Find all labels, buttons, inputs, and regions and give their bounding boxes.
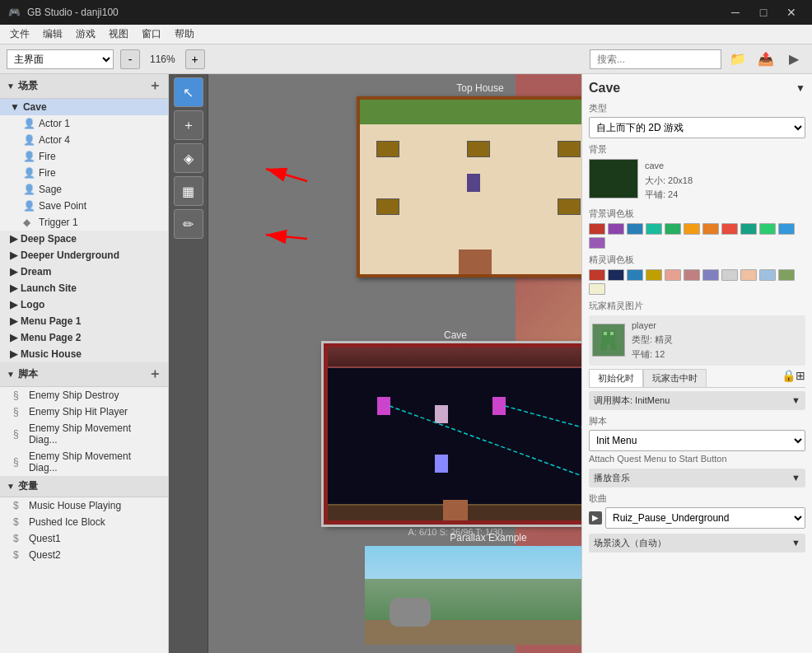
sprite-color-5[interactable] [684, 269, 700, 281]
bg-color-8[interactable] [740, 223, 757, 235]
zoom-out-button[interactable]: - [120, 49, 140, 69]
lock-icon[interactable]: 🔒 [782, 369, 796, 387]
eraser-tool[interactable]: ◈ [174, 143, 203, 173]
script-call-chevron: ▼ [791, 395, 800, 405]
sprite-color-1[interactable] [608, 269, 624, 281]
minimize-button[interactable]: ─ [723, 4, 748, 21]
var-pushed-ice[interactable]: $ Pushed Ice Block [0, 514, 168, 530]
scene-selector[interactable]: 主界面 [7, 49, 114, 69]
scene-menu-page1[interactable]: ▶ Menu Page 1 [0, 313, 168, 329]
bg-color-0[interactable] [589, 223, 605, 235]
sidebar-item-actor1[interactable]: 👤 Actor 1 [0, 115, 168, 132]
bg-color-5[interactable] [684, 223, 700, 235]
bg-thumbnail[interactable] [589, 159, 638, 198]
scene-cave[interactable]: Cave [307, 329, 581, 537]
sprite-color-9[interactable] [759, 269, 776, 281]
sprite-color-8[interactable] [740, 269, 757, 281]
mp1-label: Menu Page 1 [21, 315, 81, 327]
sprite-color-7[interactable] [721, 269, 738, 281]
type-select[interactable]: 自上而下的 2D 游戏 [589, 117, 805, 138]
parallax-scene[interactable] [365, 546, 581, 645]
script-enemy-move2[interactable]: § Enemy Ship Movement Diag... [0, 448, 168, 476]
folder-button[interactable]: 📁 [726, 48, 749, 71]
bg-color-6[interactable] [702, 223, 719, 235]
play-button[interactable]: ▶ [782, 48, 805, 71]
sidebar-item-actor4[interactable]: 👤 Actor 4 [0, 132, 168, 148]
menu-game[interactable]: 游戏 [69, 26, 102, 43]
bg-color-11[interactable] [589, 237, 605, 249]
expand-icon[interactable]: ⊞ [796, 369, 805, 387]
scene-top-house[interactable]: Top House [340, 82, 581, 278]
song-select[interactable]: Ruiz_Pause_Underground [605, 507, 805, 529]
bg-color-10[interactable] [778, 223, 795, 235]
sidebar-item-fire1[interactable]: 👤 Fire [0, 148, 168, 165]
sprite-color-10[interactable] [778, 269, 795, 281]
scene-music-house[interactable]: ▶ Music House [0, 346, 168, 362]
music-section[interactable]: 播放音乐 ▼ [589, 469, 805, 487]
menu-view[interactable]: 视图 [102, 26, 135, 43]
scene-menu-page2[interactable]: ▶ Menu Page 2 [0, 329, 168, 346]
scene-cave-header[interactable]: ▼ Cave [0, 99, 168, 115]
scripts-header[interactable]: ▼ 脚本 ＋ [0, 362, 168, 387]
svg-line-1 [505, 406, 581, 430]
sidebar-item-fire2[interactable]: 👤 Fire [0, 165, 168, 181]
scene-launch-site[interactable]: ▶ Launch Site [0, 280, 168, 296]
tab-init[interactable]: 初始化时 [589, 369, 643, 387]
bg-color-3[interactable] [646, 223, 662, 235]
export-button[interactable]: 📤 [754, 48, 777, 71]
add-script-button[interactable]: ＋ [148, 366, 161, 383]
vars-header[interactable]: ▼ 变量 [0, 476, 168, 497]
bg-color-7[interactable] [721, 223, 738, 235]
menu-file[interactable]: 文件 [3, 26, 36, 43]
cave-scene[interactable] [324, 343, 581, 525]
menu-help[interactable]: 帮助 [168, 26, 201, 43]
script-select[interactable]: Init Menu [589, 430, 805, 451]
sprite-color-6[interactable] [702, 269, 719, 281]
scene-parallax[interactable]: Parallax Example [340, 532, 581, 645]
mp2-chevron: ▶ [10, 332, 17, 343]
menu-edit[interactable]: 编辑 [36, 26, 69, 43]
sprite-color-0[interactable] [589, 269, 605, 281]
var-quest2[interactable]: $ Quest2 [0, 547, 168, 563]
sidebar-item-sage[interactable]: 👤 Sage [0, 181, 168, 198]
scene-deep-space[interactable]: ▶ Deep Space [0, 231, 168, 247]
script-call-section[interactable]: 调用脚本: InitMenu ▼ [589, 391, 805, 410]
paint-tool[interactable]: ✏ [174, 209, 203, 239]
svg-line-3 [266, 169, 307, 181]
bg-color-4[interactable] [665, 223, 681, 235]
scene-logo[interactable]: ▶ Logo [0, 296, 168, 313]
bg-color-1[interactable] [608, 223, 624, 235]
select-tool[interactable]: ↖ [174, 77, 203, 107]
bg-color-9[interactable] [759, 223, 776, 235]
canvas-area[interactable]: Top House [208, 74, 581, 653]
var-music-house[interactable]: $ Music House Playing [0, 497, 168, 514]
var-quest1[interactable]: $ Quest1 [0, 530, 168, 547]
tile-tool[interactable]: ▦ [174, 176, 203, 206]
sprite-color-3[interactable] [646, 269, 662, 281]
close-button[interactable]: ✕ [779, 4, 804, 21]
add-tool[interactable]: ＋ [174, 110, 203, 140]
player-thumbnail[interactable] [592, 324, 625, 357]
script-enemy-move1[interactable]: § Enemy Ship Movement Diag... [0, 420, 168, 448]
top-house-scene[interactable] [357, 96, 581, 278]
menu-window[interactable]: 窗口 [135, 26, 168, 43]
fade-section[interactable]: 场景淡入（自动） ▼ [589, 534, 805, 553]
sidebar-item-savepoint[interactable]: 👤 Save Point [0, 198, 168, 214]
bg-color-2[interactable] [627, 223, 643, 235]
scene-dream[interactable]: ▶ Dream [0, 264, 168, 280]
sprite-color-2[interactable] [627, 269, 643, 281]
search-input[interactable] [590, 49, 721, 69]
script-enemy-hit[interactable]: § Enemy Ship Hit Player [0, 403, 168, 420]
tab-player-hit[interactable]: 玩家击中时 [643, 369, 707, 387]
zoom-in-button[interactable]: + [185, 49, 205, 69]
sprite-color-11[interactable] [589, 283, 605, 295]
svg-rect-6 [604, 332, 607, 335]
scenes-header[interactable]: ▼ 场景 ＋ [0, 74, 168, 99]
sidebar-item-trigger1[interactable]: ◆ Trigger 1 [0, 214, 168, 231]
add-scene-button[interactable]: ＋ [148, 77, 161, 95]
song-play-button[interactable]: ▶ [589, 511, 602, 525]
scene-deeper-underground[interactable]: ▶ Deeper Underground [0, 247, 168, 264]
sprite-color-4[interactable] [665, 269, 681, 281]
maximize-button[interactable]: □ [751, 4, 776, 21]
script-enemy-destroy[interactable]: § Enemy Ship Destroy [0, 387, 168, 403]
